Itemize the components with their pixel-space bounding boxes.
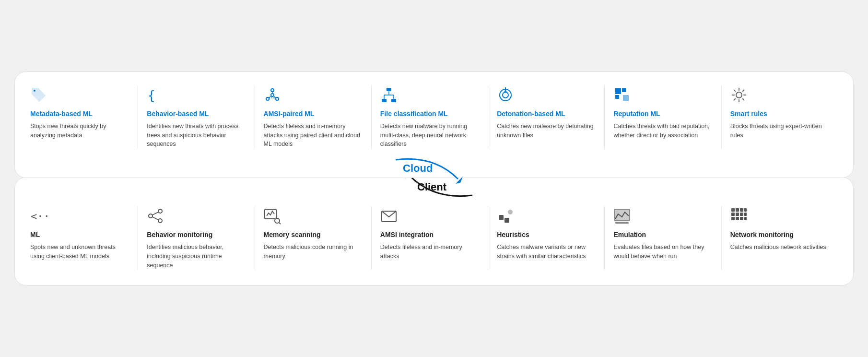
svg-rect-52 [731, 217, 735, 220]
svg-text:Cloud: Cloud [403, 162, 433, 174]
svg-rect-45 [736, 208, 739, 212]
heuristics-title: Heuristics [497, 230, 596, 239]
network-monitoring-title: Network monitoring [730, 230, 829, 239]
metadata-ml-desc: Stops new threats quickly by analyzing m… [30, 122, 129, 140]
svg-rect-46 [740, 208, 743, 212]
svg-rect-43 [615, 222, 629, 224]
cloud-panel: Metadata-based ML Stops new threats quic… [14, 71, 854, 178]
svg-point-0 [34, 90, 35, 92]
file-ml-desc: Detects new malware by running multi-cla… [380, 122, 479, 149]
grid-squares-icon [613, 85, 712, 105]
svg-rect-12 [391, 99, 396, 102]
memory-scanning-title: Memory scanning [264, 230, 363, 239]
svg-rect-50 [740, 213, 743, 216]
svg-rect-51 [744, 213, 747, 216]
client-ml-title: ML [30, 230, 129, 239]
svg-rect-48 [731, 213, 735, 216]
cloud-item-behavior-ml: { } Behavior-based ML Identifies new thr… [138, 85, 255, 149]
tag-icon [30, 85, 129, 105]
emulation-desc: Evaluates files based on how they would … [613, 243, 712, 261]
svg-rect-40 [504, 218, 509, 223]
svg-point-30 [158, 209, 162, 213]
client-items: <···> ML Spots new and unknown threats u… [30, 206, 838, 270]
svg-rect-49 [736, 213, 739, 216]
envelope-icon [380, 206, 479, 226]
behavior-monitoring-title: Behavior monitoring [147, 230, 246, 239]
svg-line-37 [279, 223, 281, 224]
cloud-item-metadata-ml: Metadata-based ML Stops new threats quic… [30, 85, 138, 149]
cloud-item-detonation-ml: Detonation-based ML Catches new malware … [488, 85, 605, 149]
svg-point-18 [503, 92, 508, 98]
reputation-ml-desc: Catches threats with bad reputation, whe… [613, 122, 712, 140]
cloud-item-file-ml: File classification ML Detects new malwa… [372, 85, 488, 149]
svg-text:{ }: { } [148, 88, 164, 103]
svg-point-2 [271, 89, 274, 92]
client-item-memory-scanning: Memory scanning Detects malicious code r… [255, 206, 372, 270]
chart-search-icon [264, 206, 363, 226]
gear-icon [730, 85, 829, 105]
cloud-item-smart-rules: Smart rules Blocks threats using expert-… [722, 85, 838, 149]
svg-point-41 [508, 210, 513, 214]
share-icon [147, 206, 246, 226]
braces-icon: { } [147, 85, 246, 105]
amsi-ml-desc: Detects fileless and in-memory attacks u… [264, 122, 363, 149]
svg-rect-47 [744, 208, 747, 212]
mountain-chart-icon [613, 206, 712, 226]
client-item-emulation: Emulation Evaluates files based on how t… [605, 206, 721, 270]
client-item-amsi-integration: AMSI integration Detects fileless and in… [372, 206, 488, 270]
client-ml-desc: Spots new and unknown threats using clie… [30, 243, 129, 261]
file-ml-title: File classification ML [380, 109, 479, 118]
detonation-ml-title: Detonation-based ML [497, 109, 596, 118]
network-monitoring-desc: Catches malicious network activities [730, 243, 829, 252]
cloud-item-reputation-ml: Reputation ML Catches threats with bad r… [605, 85, 721, 149]
hierarchy-icon [380, 85, 479, 105]
svg-rect-44 [731, 208, 735, 212]
cloud-label-area: Cloud [381, 155, 487, 186]
heuristics-desc: Catches malware variants or new strains … [497, 243, 596, 261]
svg-rect-24 [623, 95, 629, 101]
amsi-integration-desc: Detects fileless and in-memory attacks [380, 243, 479, 261]
smart-rules-title: Smart rules [730, 109, 829, 118]
emulation-title: Emulation [613, 230, 712, 239]
reputation-ml-title: Reputation ML [613, 109, 712, 118]
client-item-network-monitoring: Network monitoring Catches malicious net… [722, 206, 838, 270]
svg-rect-11 [382, 99, 387, 102]
client-item-heuristics: Heuristics Catches malware variants or n… [488, 206, 605, 270]
client-panel: Client <···> ML Spots new and unknown th… [14, 177, 854, 286]
memory-scanning-desc: Detects malicious code running in memory [264, 243, 363, 261]
svg-point-36 [275, 218, 280, 223]
svg-rect-22 [622, 88, 626, 92]
detonation-ml-desc: Catches new malware by detonating unknow… [497, 122, 596, 140]
svg-point-31 [149, 214, 152, 218]
svg-point-32 [158, 219, 162, 223]
grid-blocks-icon [730, 206, 829, 226]
svg-rect-39 [499, 215, 504, 220]
arrows-lr-icon: <···> [30, 206, 129, 226]
smart-rules-desc: Blocks threats using expert-written rule… [730, 122, 829, 140]
client-item-behavior-monitoring: Behavior monitoring Identifies malicious… [138, 206, 255, 270]
crosshair-icon [497, 85, 596, 105]
main-container: Metadata-based ML Stops new threats quic… [14, 71, 854, 286]
svg-rect-53 [736, 217, 739, 220]
svg-rect-21 [615, 88, 621, 94]
network-icon [264, 85, 363, 105]
amsi-integration-title: AMSI integration [380, 230, 479, 239]
svg-rect-23 [615, 95, 619, 99]
svg-line-34 [152, 217, 158, 220]
behavior-monitoring-desc: Identifies malicious behavior, including… [147, 243, 246, 270]
svg-rect-55 [744, 217, 747, 220]
cloud-items: Metadata-based ML Stops new threats quic… [30, 85, 838, 149]
svg-rect-10 [387, 88, 391, 91]
svg-text:<···>: <···> [31, 210, 47, 222]
behavior-ml-title: Behavior-based ML [147, 109, 246, 118]
metadata-ml-title: Metadata-based ML [30, 109, 129, 118]
amsi-ml-title: AMSI-paired ML [264, 109, 363, 118]
client-item-ml: <···> ML Spots new and unknown threats u… [30, 206, 138, 270]
svg-rect-54 [740, 217, 743, 220]
behavior-ml-desc: Identifies new threats with process tree… [147, 122, 246, 149]
svg-line-33 [152, 212, 158, 215]
cloud-item-amsi-ml: AMSI-paired ML Detects fileless and in-m… [255, 85, 372, 149]
dots-square-icon [497, 206, 596, 226]
